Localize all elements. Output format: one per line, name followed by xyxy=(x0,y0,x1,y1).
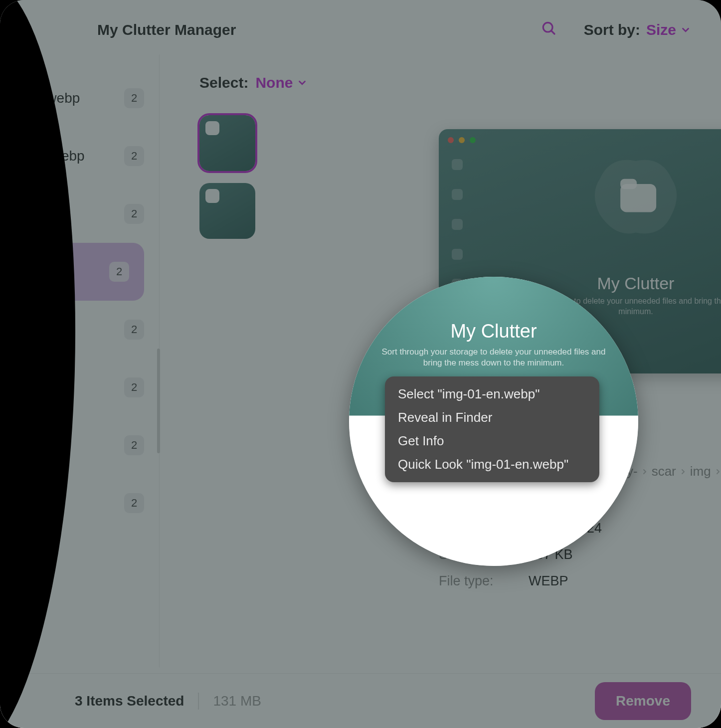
breadcrumb-segment[interactable]: scar xyxy=(652,464,676,479)
footer: 3 Items Selected 131 MB Remove xyxy=(0,673,721,728)
selection-count: 3 Items Selected xyxy=(75,693,184,709)
thumbnail[interactable] xyxy=(199,115,255,171)
thumb-checkbox[interactable] xyxy=(205,189,219,203)
svg-rect-3 xyxy=(620,179,637,189)
spotlight-title: My Clutter xyxy=(349,321,638,342)
select-control[interactable]: Select: None xyxy=(199,74,691,91)
svg-line-1 xyxy=(551,31,554,34)
chevron-right-icon xyxy=(679,464,687,479)
chevron-down-icon xyxy=(297,77,308,88)
folder-illustration xyxy=(583,148,688,240)
spotlight-highlight: My Clutter Sort through your storage to … xyxy=(349,277,638,566)
duplicate-count-badge: 2 xyxy=(124,204,144,224)
chevron-right-icon xyxy=(714,464,721,479)
header-actions: Sort by: Size xyxy=(541,20,691,39)
select-label: Select: xyxy=(199,74,248,91)
search-icon[interactable] xyxy=(541,20,556,39)
thumb-checkbox[interactable] xyxy=(205,121,219,135)
select-value: None xyxy=(255,74,293,91)
type-value: WEBP xyxy=(529,573,721,589)
duplicate-count-badge: 2 xyxy=(124,320,144,340)
page-title: My Clutter Manager xyxy=(97,21,236,38)
divider xyxy=(198,693,199,710)
selection-size: 131 MB xyxy=(213,693,261,709)
breadcrumb-segment[interactable]: img xyxy=(690,464,711,479)
chevron-right-icon xyxy=(641,464,649,479)
spotlight-subtitle: Sort through your storage to delete your… xyxy=(379,347,608,368)
context-menu-item[interactable]: Select "img-01-en.webp" xyxy=(385,382,599,406)
window-traffic-lights xyxy=(448,137,476,143)
sort-control[interactable]: Sort by: Size xyxy=(584,21,691,38)
duplicate-count-badge: 2 xyxy=(124,88,144,108)
sort-label: Sort by: xyxy=(584,21,640,38)
context-menu-item[interactable]: Quick Look "img-01-en.webp" xyxy=(385,453,599,476)
chevron-down-icon xyxy=(680,24,691,35)
header: My Clutter Manager Sort by: Size xyxy=(0,0,721,54)
app-window: My Clutter Manager Sort by: Size nitor-j… xyxy=(0,0,721,728)
duplicate-count-badge: 2 xyxy=(124,435,144,455)
context-menu-item[interactable]: Reveal in Finder xyxy=(385,406,599,429)
duplicate-count-badge: 2 xyxy=(124,377,144,397)
remove-button[interactable]: Remove xyxy=(595,682,691,720)
duplicate-count-badge: 2 xyxy=(124,493,144,513)
thumbnail[interactable] xyxy=(199,183,255,239)
duplicate-count-badge: 2 xyxy=(109,262,129,282)
context-menu-item[interactable]: Get Info xyxy=(385,429,599,453)
duplicate-count-badge: 2 xyxy=(124,146,144,166)
context-menu: Select "img-01-en.webp"Reveal in FinderG… xyxy=(385,376,599,482)
type-label: File type: xyxy=(439,573,529,589)
sort-value: Size xyxy=(646,21,676,38)
